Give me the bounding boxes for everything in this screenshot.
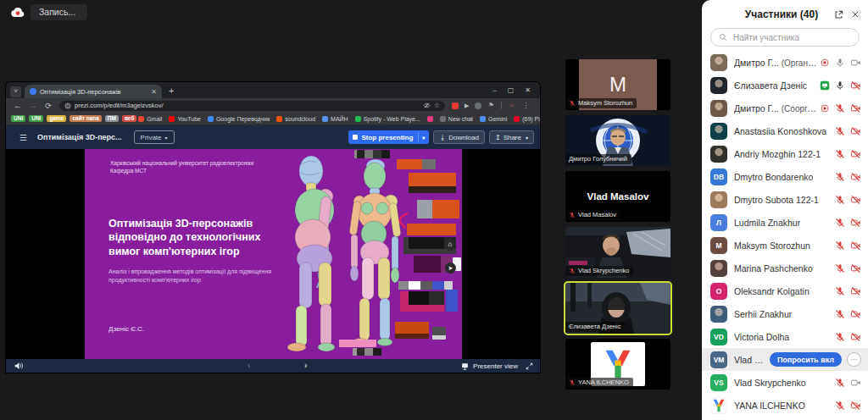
download-button[interactable]: ⭳ Download: [433, 130, 485, 144]
tracking-protection-eye-icon[interactable]: [423, 102, 431, 109]
video-tile-yana[interactable]: YANA ILCHENKO: [565, 339, 670, 390]
private-dropdown-button[interactable]: Private ▾: [134, 130, 175, 144]
window-maximize-button[interactable]: ▢: [508, 86, 515, 94]
bookmark-item[interactable]: Gemini: [480, 116, 507, 122]
slide-thumbnail-5b[interactable]: [446, 290, 458, 312]
window-minimize-button[interactable]: –: [492, 86, 496, 94]
camera-icon[interactable]: [850, 58, 861, 68]
window-close-button[interactable]: ✕: [525, 86, 531, 94]
camera-off-icon[interactable]: [850, 332, 861, 342]
bookmark-star-icon[interactable]: ☆: [434, 102, 440, 109]
bookmark-chip[interactable]: UNI: [29, 115, 43, 123]
chevron-down-icon[interactable]: ▾: [422, 135, 425, 141]
participant-row[interactable]: DB Dmytro Bondarenko: [702, 165, 868, 188]
video-tile-maksym[interactable]: M Maksym Storozhun: [565, 59, 670, 110]
camera-off-icon[interactable]: [850, 401, 861, 411]
participant-search[interactable]: [710, 28, 860, 47]
camera-off-icon[interactable]: [850, 172, 861, 182]
mic-icon[interactable]: [835, 58, 845, 68]
slide-thumbnail-pair[interactable]: [397, 159, 422, 169]
participant-row[interactable]: Marina Pashchenko: [702, 257, 868, 279]
camera-off-icon[interactable]: [850, 103, 861, 113]
camera-icon[interactable]: [850, 378, 861, 388]
mic-muted-icon[interactable]: [835, 378, 845, 388]
participant-row[interactable]: Дмитро Г...(Соорганизатор): [702, 97, 868, 119]
extension-play-icon[interactable]: ▶: [465, 102, 469, 109]
pop-out-icon[interactable]: [834, 10, 843, 19]
bookmark-chip[interactable]: UNI: [11, 115, 25, 123]
extension-grey-icon[interactable]: [475, 102, 481, 109]
slide-thumbnail-2[interactable]: [417, 200, 459, 218]
bookmark-item[interactable]: YouTube: [169, 116, 201, 122]
extensions-puzzle-icon[interactable]: [487, 102, 495, 109]
prev-slide-arrow[interactable]: ‹: [248, 362, 250, 370]
mic-muted-icon[interactable]: [835, 195, 845, 205]
camera-off-icon[interactable]: [850, 195, 861, 205]
camera-off-icon[interactable]: [850, 126, 861, 136]
bookmark-item[interactable]: [427, 116, 433, 122]
mic-muted-icon[interactable]: [835, 332, 845, 342]
forward-icon[interactable]: →: [30, 101, 38, 110]
mic-muted-icon[interactable]: [835, 240, 845, 251]
mic-muted-icon[interactable]: [835, 103, 845, 113]
mic-muted-icon[interactable]: [835, 218, 845, 228]
bookmark-chip[interactable]: веб: [122, 115, 136, 123]
request-enable-button[interactable]: Попросить вкл: [770, 352, 842, 367]
camera-off-icon[interactable]: [850, 80, 861, 91]
more-options-button[interactable]: ···: [847, 352, 861, 367]
camera-off-icon[interactable]: [850, 263, 861, 274]
reload-icon[interactable]: ⟳: [45, 101, 52, 110]
tab-close-icon[interactable]: ✕: [151, 88, 157, 96]
camera-off-icon[interactable]: [850, 286, 861, 296]
hamburger-menu-icon[interactable]: ☰: [19, 133, 27, 142]
video-tile-vlad-masalov[interactable]: Vlad Masalov Vlad Masalov: [565, 171, 670, 222]
camera-off-icon[interactable]: [850, 240, 861, 251]
profile-avatar-icon[interactable]: [508, 102, 516, 110]
participant-row[interactable]: Дмитро Г...(Организатор, я): [702, 51, 868, 74]
chevron-down-icon[interactable]: ▾: [526, 135, 528, 141]
extension-red-icon[interactable]: [452, 102, 459, 109]
mic-muted-icon[interactable]: [835, 401, 845, 411]
participant-row[interactable]: VS Vlad Skrypchenko: [702, 371, 868, 394]
video-tile-vlad-skrypchenko[interactable]: Vlad Skrypchenko: [565, 227, 670, 278]
home-button[interactable]: ⌂: [444, 239, 456, 251]
bookmark-item[interactable]: soundcloud: [276, 116, 315, 122]
participant-row[interactable]: Єлизавета Дзеніс: [702, 74, 868, 97]
mic-muted-icon[interactable]: [835, 263, 845, 274]
bookmark-chip[interactable]: сайт nana: [70, 115, 101, 123]
presenter-view-button[interactable]: Presenter view: [461, 362, 540, 370]
slide-thumbnail-row[interactable]: [398, 281, 453, 290]
mic-muted-icon[interactable]: [835, 286, 845, 296]
share-button[interactable]: ↥ Share ▾: [489, 130, 534, 144]
video-tile-dmytro[interactable]: Дмитро Голубничий: [565, 115, 670, 166]
video-tile-yelyzaveta-active-speaker[interactable]: Єлизавета Дзеніс: [565, 283, 670, 334]
participant-row[interactable]: Л Ludmila Znakhur: [702, 211, 868, 234]
slide-thumbnail-6b[interactable]: [432, 327, 446, 340]
camera-off-icon[interactable]: [850, 309, 861, 319]
bookmark-item[interactable]: Spotify - Web Playe...: [355, 116, 420, 122]
bookmark-item[interactable]: (69) Pinterest: [514, 116, 540, 122]
stop-presenting-button[interactable]: Stop presenting ▾: [348, 130, 429, 144]
mic-muted-icon[interactable]: [835, 126, 845, 136]
slide-thumbnail-1[interactable]: [409, 173, 456, 193]
camera-off-icon[interactable]: [850, 149, 861, 159]
address-bar[interactable]: prezi.com/p/edit/m3ageizvskov/ ☆: [59, 101, 445, 111]
participant-row[interactable]: O Oleksandr Kolgatin: [702, 279, 868, 302]
participant-row[interactable]: YANA ILCHENKO: [702, 394, 868, 417]
next-slide-arrow[interactable]: ›: [304, 362, 307, 370]
tab-search-button[interactable]: ˅: [10, 86, 21, 97]
participant-row[interactable]: VM Vlad Masalov Попросить вкл···: [702, 348, 868, 371]
bookmark-item[interactable]: Gmail: [138, 116, 162, 122]
pointer-button[interactable]: ➤: [445, 262, 456, 274]
volume-icon[interactable]: [14, 362, 24, 370]
slide-thumbnail-6[interactable]: [395, 322, 429, 339]
fullscreen-icon[interactable]: [526, 362, 533, 370]
site-settings-icon[interactable]: [64, 102, 71, 109]
back-icon[interactable]: ←: [14, 101, 22, 110]
mic-icon[interactable]: [835, 80, 845, 91]
participant-row[interactable]: M Maksym Storozhun: [702, 234, 868, 257]
browser-menu-kebab-icon[interactable]: ⋮: [522, 102, 529, 109]
bookmark-item[interactable]: Google Переводчик: [208, 116, 270, 122]
slide-thumbnail-5[interactable]: [400, 291, 444, 312]
bookmark-item[interactable]: МАЙН: [322, 116, 348, 122]
